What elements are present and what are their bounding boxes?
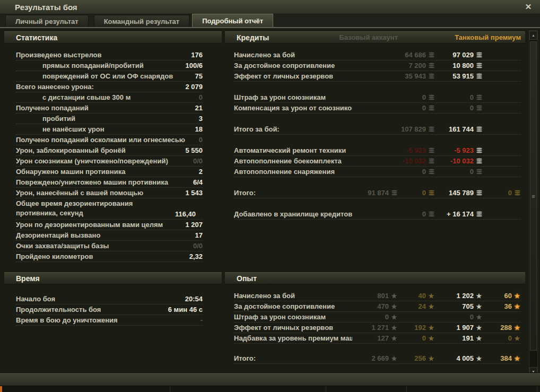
row-label: Итого: xyxy=(234,354,352,362)
tab-bar: Личный результат Командный результат Под… xyxy=(0,14,540,28)
row-value: 0 xyxy=(199,93,203,101)
statistics-row: пробитий3 xyxy=(16,114,203,124)
title-bar: Результаты боя ✕ xyxy=(0,0,540,14)
credits-icon xyxy=(428,169,435,175)
value-cell: 0 xyxy=(398,189,435,197)
row-value: 6 мин 46 с xyxy=(168,306,203,313)
row-value: 2 xyxy=(199,168,203,176)
row-value: 2 079 xyxy=(185,83,203,91)
value-cell: 0 xyxy=(435,168,483,176)
statistics-row: Общее время дезориентирования противника… xyxy=(16,198,203,220)
scroll-up-icon[interactable]: ▲ xyxy=(529,31,537,40)
close-icon[interactable]: ✕ xyxy=(523,2,534,12)
row-label: Эффект от личных резервов xyxy=(234,72,352,80)
scrollbar[interactable]: ▲ ≡ ▼ xyxy=(529,30,538,377)
page-title: Результаты боя xyxy=(15,3,77,12)
row-value: 10 800 xyxy=(452,62,474,69)
row-value: 6/4 xyxy=(193,178,203,186)
row-value: 1 202 xyxy=(456,292,474,300)
row-value: 1 543 xyxy=(185,189,203,197)
free-xp-star-icon: ★ xyxy=(513,355,521,362)
row-value: 0 xyxy=(422,104,426,112)
statistics-row: прямых попаданий/пробитий100/6 xyxy=(16,60,203,71)
gold-icon xyxy=(428,190,435,196)
value-cell: 0★ xyxy=(398,334,435,342)
row-value: 0/0 xyxy=(193,157,203,165)
row-label: не нанёсших урон xyxy=(16,125,195,133)
xp-star-icon: ★ xyxy=(390,335,398,342)
credits-row: За достойное сопротивление7 20010 800 xyxy=(234,60,521,71)
statistics-row: не нанёсших урон18 xyxy=(16,124,203,135)
row-label: Штраф за урон союзникам xyxy=(234,93,352,101)
row-label: Итого: xyxy=(234,189,352,197)
row-value: 116,40 xyxy=(175,210,196,218)
row-value: 0 xyxy=(470,93,474,101)
experience-row: Штраф за урон союзникам0★0★ xyxy=(234,312,521,323)
credits-row: Автопополнение снаряжения00 xyxy=(234,167,521,177)
row-value: 127 xyxy=(377,334,389,342)
statistics-row: повреждений от ОС или ОФ снарядов75 xyxy=(16,71,203,82)
row-value: 161 744 xyxy=(449,125,474,133)
row-label: Начислено за бой xyxy=(234,292,352,300)
experience-row: За достойное сопротивление470★24★705★36★ xyxy=(234,301,521,312)
statistics-row: Урон, нанесённый с вашей помощью1 543 xyxy=(16,188,203,198)
value-cell: 10 800 xyxy=(435,62,483,69)
statistics-row: Получено попаданий осколками или огнесме… xyxy=(16,135,203,145)
row-value: 21 xyxy=(195,104,203,112)
value-cell: 36★ xyxy=(483,302,521,310)
credits-icon xyxy=(428,94,435,100)
value-cell: 53 915 xyxy=(435,72,483,80)
row-label: За достойное сопротивление xyxy=(234,302,352,310)
row-label: прямых попаданий/пробитий xyxy=(16,62,185,69)
value-cell: 192★ xyxy=(398,324,435,332)
credits-row: Компенсация за урон от союзников00 xyxy=(234,103,521,114)
row-value: -10 032 xyxy=(403,157,426,165)
row-value: -5 923 xyxy=(406,146,426,154)
value-cell: 0 xyxy=(483,189,521,197)
value-cell: 97 029 xyxy=(435,51,483,59)
credits-row: Добавлено в хранилище кредитов0+ 16 174 xyxy=(234,209,521,220)
row-value: 40 xyxy=(419,292,426,300)
experience-row: Эффект от личных резервов1 271★192★1 907… xyxy=(234,323,521,333)
xp-star-icon: ★ xyxy=(475,325,483,331)
value-cell: + 16 174 xyxy=(435,210,483,218)
row-label: Всего нанесено урона: xyxy=(16,83,185,91)
row-label: Итого за бой: xyxy=(234,125,352,133)
value-cell: 7 200 xyxy=(398,62,435,69)
tab-personal-result[interactable]: Личный результат xyxy=(5,15,89,27)
credits-icon xyxy=(428,52,435,58)
dialog-bottom-edge xyxy=(0,372,540,386)
row-label: Повреждено/уничтожено машин противника xyxy=(16,178,193,186)
time-header: Время xyxy=(4,272,222,284)
row-value: 17 xyxy=(195,231,203,239)
credits-row: Итого за бой:107 829161 744 xyxy=(234,124,521,135)
row-label: повреждений от ОС или ОФ снарядов xyxy=(16,72,195,80)
xp-star-icon: ★ xyxy=(475,314,483,320)
row-value: 64 686 xyxy=(405,51,426,59)
credits-icon xyxy=(475,52,483,58)
scrollbar-grip-icon: ≡ xyxy=(532,194,535,199)
credits-icon xyxy=(475,63,483,68)
row-label: Автопополнение боекомплекта xyxy=(234,157,352,165)
row-label: Компенсация за урон от союзников xyxy=(234,104,352,112)
statistics-row: Произведено выстрелов176 xyxy=(16,50,203,60)
background-strip xyxy=(0,386,540,392)
tab-team-result[interactable]: Командный результат xyxy=(94,15,189,27)
row-label: Получено попаданий осколками или огнесме… xyxy=(16,136,199,144)
free-xp-star-icon: ★ xyxy=(513,325,521,331)
row-label: Урон союзникам (уничтожено/повреждений) xyxy=(16,157,193,165)
xp-star-icon: ★ xyxy=(475,335,483,342)
row-label: Надбавка за уровень премиум машины xyxy=(234,334,352,342)
experience-rows: Начислено за бой801★40★1 202★60★За досто… xyxy=(225,284,525,364)
row-value: 0 xyxy=(422,210,426,218)
row-value: 0 xyxy=(422,334,426,342)
row-value: 0 xyxy=(199,136,203,144)
scrollbar-thumb[interactable]: ≡ xyxy=(530,41,537,351)
credits-row: Начислено за бой64 68697 029 xyxy=(234,50,521,60)
row-value: 91 874 xyxy=(368,189,389,197)
value-cell: 40★ xyxy=(398,292,435,300)
value-cell: 127★ xyxy=(352,334,398,342)
credits-rows: Начислено за бой64 68697 029За достойное… xyxy=(225,43,525,220)
tab-detailed-report[interactable]: Подробный отчёт xyxy=(192,14,273,27)
row-value: 0/0 xyxy=(193,242,203,250)
